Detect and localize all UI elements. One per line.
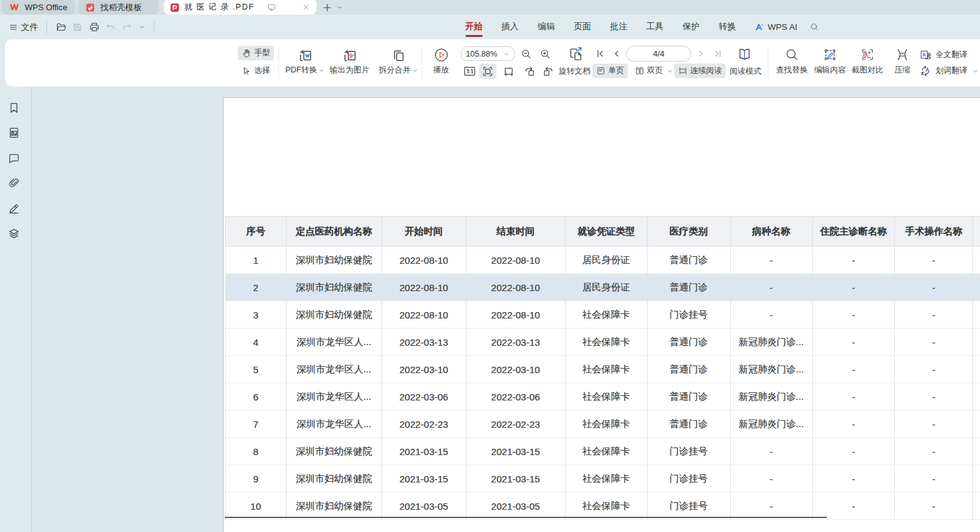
table-cell: [973, 411, 980, 438]
word-translate-button[interactable]: 划词翻译: [920, 65, 979, 77]
tab-document-active[interactable]: 就 医 记 录 .PDF: [164, 0, 316, 15]
cursor-icon: [242, 66, 252, 76]
table-cell: -: [730, 247, 812, 274]
close-tab-icon[interactable]: [302, 3, 310, 11]
page-number-input[interactable]: 4/4: [626, 46, 691, 62]
table-cell: -: [730, 465, 812, 493]
thumbnail-panel-button[interactable]: [7, 126, 21, 140]
menu-tab-4[interactable]: 页面: [564, 15, 601, 39]
menu-search-button[interactable]: [805, 22, 824, 32]
word-translate-label: 划词翻译: [936, 65, 967, 76]
tab-docer-templates[interactable]: 找稻壳模板: [78, 0, 159, 15]
fulltext-translate-button[interactable]: 全文翻译: [920, 49, 967, 61]
tab-wps-office[interactable]: WPS Office: [1, 0, 75, 15]
signature-panel-button[interactable]: [7, 201, 21, 215]
signature-pen-icon: [8, 202, 20, 215]
column-header: 就诊凭证类型: [565, 217, 647, 247]
rotate-left-icon: [524, 65, 536, 78]
pdf-convert-button[interactable]: PDF转换: [282, 46, 328, 78]
monitor-icon[interactable]: [267, 3, 276, 12]
bookmark-panel-button[interactable]: [7, 101, 21, 115]
redo-button[interactable]: [119, 20, 135, 35]
redo-icon: [122, 22, 132, 32]
first-page-button[interactable]: [592, 46, 608, 61]
table-cell: -: [895, 438, 973, 465]
table-cell: 社会保障卡: [565, 356, 647, 383]
table-cell: 深圳市龙华区人...: [286, 383, 381, 411]
table-cell: 2022-03-13: [466, 329, 565, 356]
file-menu-button[interactable]: 文件: [6, 22, 41, 33]
undo-button[interactable]: [103, 20, 118, 35]
table-cell: [973, 493, 980, 520]
table-row-1: 1深圳市妇幼保健院2022-08-102022-08-10居民身份证普通门诊--…: [226, 247, 980, 274]
divider: [768, 48, 768, 78]
rotate-doc-icon: [568, 46, 584, 62]
table-cell: 居民身份证: [565, 274, 647, 301]
actual-size-button[interactable]: [461, 64, 477, 78]
compress-label: 压缩: [895, 65, 911, 76]
table-cell: 深圳市妇幼保健院: [286, 274, 381, 301]
table-cell: -: [812, 274, 895, 301]
menu-tab-8[interactable]: 转换: [709, 15, 745, 39]
one-to-one-icon: [463, 65, 476, 78]
double-page-button[interactable]: 双页: [631, 64, 677, 78]
single-page-button[interactable]: 单页: [592, 64, 628, 78]
open-file-button[interactable]: [53, 20, 69, 35]
table-cell: 深圳市妇幼保健院: [286, 301, 381, 329]
menu-tab-6[interactable]: 工具: [637, 15, 673, 39]
divider: [46, 21, 47, 34]
fit-page-button[interactable]: [479, 64, 496, 79]
zoom-out-button[interactable]: [519, 46, 534, 61]
table-row-10: 10深圳市妇幼保健院2021-03-052021-03-05社会保障卡门诊挂号-…: [226, 493, 980, 520]
layers-panel-button[interactable]: [7, 227, 21, 241]
search-icon: [810, 22, 819, 32]
zoom-in-icon: [540, 48, 551, 60]
tab-list-button[interactable]: [336, 0, 343, 15]
comment-panel-button[interactable]: [7, 151, 21, 165]
continuous-read-button[interactable]: 连续阅读: [674, 64, 726, 78]
read-mode-icon-button[interactable]: [735, 46, 753, 62]
save-button[interactable]: [70, 20, 85, 35]
table-cell: 普通门诊: [647, 247, 730, 274]
fit-width-button[interactable]: [501, 64, 517, 78]
new-tab-button[interactable]: [322, 0, 332, 15]
compress-button[interactable]: 压缩: [883, 46, 922, 78]
rotate-doc-icon-button[interactable]: [567, 46, 585, 62]
zoom-level-select[interactable]: 105.88%: [461, 46, 515, 61]
attachment-panel-button[interactable]: [7, 176, 21, 190]
split-merge-button[interactable]: 拆分合并: [376, 46, 421, 78]
menu-tab-2[interactable]: 插入: [492, 15, 528, 39]
select-tool-button[interactable]: 选择: [238, 64, 274, 78]
zoom-in-button[interactable]: [538, 46, 553, 61]
table-row-4: 4深圳市龙华区人...2022-03-132022-03-13社会保障卡普通门诊…: [226, 329, 980, 356]
double-page-icon: [635, 66, 644, 76]
play-button[interactable]: 播放: [418, 46, 464, 78]
print-button[interactable]: [86, 20, 102, 35]
wps-ai-button[interactable]: WPS AI: [745, 22, 805, 32]
last-page-button[interactable]: [710, 46, 725, 61]
hand-tool-button[interactable]: 手型: [238, 46, 274, 60]
rotate-left-button[interactable]: [522, 64, 538, 78]
rotate-right-button[interactable]: [540, 64, 556, 78]
plus-icon: [322, 3, 332, 13]
menu-tab-7[interactable]: 保护: [673, 15, 709, 39]
quick-access-toolbar: 文件: [0, 15, 160, 39]
pdf-page[interactable]: 序号定点医药机构名称开始时间结束时间就诊凭证类型医疗类别病种名称住院主诊断名称手…: [223, 97, 980, 532]
menu-tab-1[interactable]: 开始: [456, 15, 492, 39]
menu-tabs: 开始插入编辑页面批注工具保护转换WPS AI: [456, 15, 824, 39]
menu-tab-3[interactable]: 编辑: [528, 15, 564, 39]
read-mode-label[interactable]: 阅读模式: [730, 66, 761, 77]
table-cell: 2022-02-23: [466, 411, 565, 438]
quick-access-chevron[interactable]: [136, 20, 147, 35]
find-replace-label: 查找替换: [776, 65, 808, 76]
table-cell: 普通门诊: [647, 329, 730, 356]
table-cell: -: [895, 301, 973, 329]
export-image-button[interactable]: 输出为图片: [327, 46, 372, 78]
table-cell: -: [730, 274, 812, 301]
split-merge-icon: [390, 47, 407, 64]
rotate-doc-label[interactable]: 旋转文档: [559, 66, 590, 77]
compress-icon: [895, 47, 910, 62]
menu-tab-5[interactable]: 批注: [601, 15, 637, 39]
next-page-button[interactable]: [693, 46, 708, 61]
prev-page-button[interactable]: [609, 46, 624, 61]
